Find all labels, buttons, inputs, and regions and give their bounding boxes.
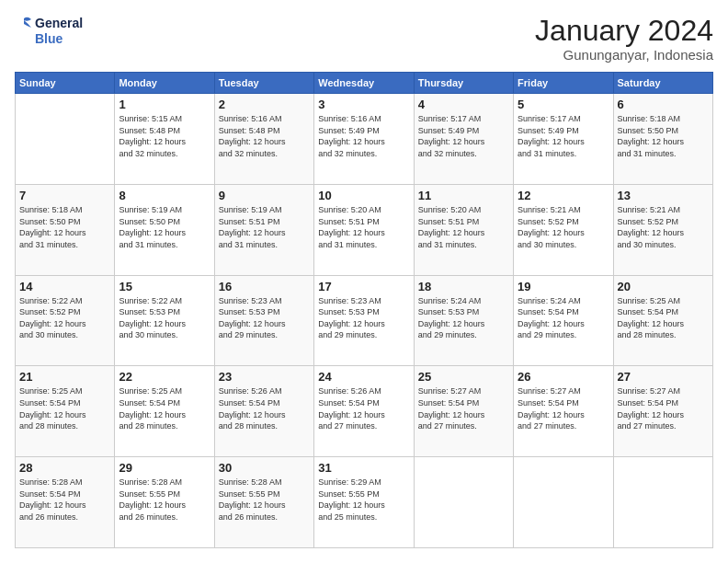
day-info: Sunrise: 5:20 AM Sunset: 5:51 PM Dayligh… — [318, 204, 409, 250]
col-monday: Monday — [115, 73, 214, 94]
day-info: Sunrise: 5:21 AM Sunset: 5:52 PM Dayligh… — [518, 204, 609, 250]
day-number: 2 — [219, 98, 310, 111]
week-row-4: 21Sunrise: 5:25 AM Sunset: 5:54 PM Dayli… — [16, 366, 713, 457]
day-number: 16 — [219, 280, 310, 293]
day-info: Sunrise: 5:25 AM Sunset: 5:54 PM Dayligh… — [618, 295, 709, 341]
day-cell: 31Sunrise: 5:29 AM Sunset: 5:55 PM Dayli… — [314, 457, 414, 548]
col-tuesday: Tuesday — [214, 73, 313, 94]
title-block: January 2024 Gununganyar, Indonesia — [535, 15, 713, 63]
day-info: Sunrise: 5:18 AM Sunset: 5:50 PM Dayligh… — [618, 113, 709, 159]
day-info: Sunrise: 5:26 AM Sunset: 5:54 PM Dayligh… — [318, 385, 409, 431]
day-cell: 16Sunrise: 5:23 AM Sunset: 5:53 PM Dayli… — [214, 275, 313, 366]
header-row: Sunday Monday Tuesday Wednesday Thursday… — [16, 73, 713, 94]
col-saturday: Saturday — [613, 73, 712, 94]
day-cell: 27Sunrise: 5:27 AM Sunset: 5:54 PM Dayli… — [613, 366, 712, 457]
day-number: 31 — [318, 461, 409, 475]
day-info: Sunrise: 5:23 AM Sunset: 5:53 PM Dayligh… — [318, 295, 409, 341]
logo: General Blue — [15, 15, 83, 48]
day-info: Sunrise: 5:16 AM Sunset: 5:49 PM Dayligh… — [318, 113, 409, 159]
day-cell: 21Sunrise: 5:25 AM Sunset: 5:54 PM Dayli… — [16, 366, 115, 457]
day-cell: 1Sunrise: 5:15 AM Sunset: 5:48 PM Daylig… — [115, 94, 214, 185]
day-number: 24 — [318, 370, 409, 384]
day-info: Sunrise: 5:29 AM Sunset: 5:55 PM Dayligh… — [318, 477, 409, 523]
header: General Blue January 2024 Gununganyar, I… — [15, 15, 713, 63]
day-cell: 24Sunrise: 5:26 AM Sunset: 5:54 PM Dayli… — [314, 366, 414, 457]
day-number: 22 — [119, 370, 210, 384]
day-cell: 28Sunrise: 5:28 AM Sunset: 5:54 PM Dayli… — [16, 457, 115, 548]
day-number: 26 — [518, 370, 609, 384]
day-number: 21 — [19, 370, 110, 384]
day-info: Sunrise: 5:19 AM Sunset: 5:51 PM Dayligh… — [219, 204, 310, 250]
col-thursday: Thursday — [414, 73, 513, 94]
day-number: 3 — [318, 98, 409, 111]
day-info: Sunrise: 5:18 AM Sunset: 5:50 PM Dayligh… — [19, 204, 110, 250]
day-cell: 6Sunrise: 5:18 AM Sunset: 5:50 PM Daylig… — [613, 94, 712, 185]
day-info: Sunrise: 5:17 AM Sunset: 5:49 PM Dayligh… — [418, 113, 509, 159]
col-wednesday: Wednesday — [314, 73, 414, 94]
day-number: 23 — [219, 370, 310, 384]
day-cell — [16, 94, 115, 185]
day-number: 7 — [19, 189, 110, 202]
day-info: Sunrise: 5:22 AM Sunset: 5:52 PM Dayligh… — [19, 295, 110, 341]
day-cell: 20Sunrise: 5:25 AM Sunset: 5:54 PM Dayli… — [613, 275, 712, 366]
day-info: Sunrise: 5:28 AM Sunset: 5:55 PM Dayligh… — [119, 477, 210, 523]
location-subtitle: Gununganyar, Indonesia — [535, 47, 713, 63]
day-info: Sunrise: 5:16 AM Sunset: 5:48 PM Dayligh… — [219, 113, 310, 159]
week-row-5: 28Sunrise: 5:28 AM Sunset: 5:54 PM Dayli… — [16, 457, 713, 548]
day-cell — [514, 457, 613, 548]
day-info: Sunrise: 5:28 AM Sunset: 5:55 PM Dayligh… — [219, 477, 310, 523]
col-friday: Friday — [514, 73, 613, 94]
day-cell: 17Sunrise: 5:23 AM Sunset: 5:53 PM Dayli… — [314, 275, 414, 366]
day-cell: 7Sunrise: 5:18 AM Sunset: 5:50 PM Daylig… — [16, 184, 115, 275]
day-cell: 29Sunrise: 5:28 AM Sunset: 5:55 PM Dayli… — [115, 457, 214, 548]
day-cell: 25Sunrise: 5:27 AM Sunset: 5:54 PM Dayli… — [414, 366, 513, 457]
day-info: Sunrise: 5:23 AM Sunset: 5:53 PM Dayligh… — [219, 295, 310, 341]
day-number: 17 — [318, 280, 409, 293]
day-number: 18 — [418, 280, 509, 293]
day-info: Sunrise: 5:24 AM Sunset: 5:53 PM Dayligh… — [418, 295, 509, 341]
day-info: Sunrise: 5:25 AM Sunset: 5:54 PM Dayligh… — [19, 385, 110, 431]
day-cell: 30Sunrise: 5:28 AM Sunset: 5:55 PM Dayli… — [214, 457, 313, 548]
day-cell: 14Sunrise: 5:22 AM Sunset: 5:52 PM Dayli… — [16, 275, 115, 366]
day-cell: 19Sunrise: 5:24 AM Sunset: 5:54 PM Dayli… — [514, 275, 613, 366]
week-row-3: 14Sunrise: 5:22 AM Sunset: 5:52 PM Dayli… — [16, 275, 713, 366]
day-cell: 10Sunrise: 5:20 AM Sunset: 5:51 PM Dayli… — [314, 184, 414, 275]
logo-bird-icon — [15, 15, 33, 48]
day-number: 5 — [518, 98, 609, 111]
day-number: 11 — [418, 189, 509, 202]
day-number: 25 — [418, 370, 509, 384]
day-info: Sunrise: 5:28 AM Sunset: 5:54 PM Dayligh… — [19, 477, 110, 523]
day-info: Sunrise: 5:25 AM Sunset: 5:54 PM Dayligh… — [119, 385, 210, 431]
day-number: 14 — [19, 280, 110, 293]
day-info: Sunrise: 5:20 AM Sunset: 5:51 PM Dayligh… — [418, 204, 509, 250]
day-number: 29 — [119, 461, 210, 475]
day-number: 30 — [219, 461, 310, 475]
day-info: Sunrise: 5:24 AM Sunset: 5:54 PM Dayligh… — [518, 295, 609, 341]
day-cell: 12Sunrise: 5:21 AM Sunset: 5:52 PM Dayli… — [514, 184, 613, 275]
day-cell: 5Sunrise: 5:17 AM Sunset: 5:49 PM Daylig… — [514, 94, 613, 185]
calendar-page: General Blue January 2024 Gununganyar, I… — [0, 0, 728, 563]
day-cell: 11Sunrise: 5:20 AM Sunset: 5:51 PM Dayli… — [414, 184, 513, 275]
day-info: Sunrise: 5:27 AM Sunset: 5:54 PM Dayligh… — [618, 385, 709, 431]
day-info: Sunrise: 5:15 AM Sunset: 5:48 PM Dayligh… — [119, 113, 210, 159]
day-number: 12 — [518, 189, 609, 202]
day-info: Sunrise: 5:27 AM Sunset: 5:54 PM Dayligh… — [418, 385, 509, 431]
week-row-1: 1Sunrise: 5:15 AM Sunset: 5:48 PM Daylig… — [16, 94, 713, 185]
day-number: 19 — [518, 280, 609, 293]
week-row-2: 7Sunrise: 5:18 AM Sunset: 5:50 PM Daylig… — [16, 184, 713, 275]
day-cell: 9Sunrise: 5:19 AM Sunset: 5:51 PM Daylig… — [214, 184, 313, 275]
day-number: 8 — [119, 189, 210, 202]
day-cell — [414, 457, 513, 548]
day-cell — [613, 457, 712, 548]
day-number: 20 — [618, 280, 709, 293]
day-cell: 8Sunrise: 5:19 AM Sunset: 5:50 PM Daylig… — [115, 184, 214, 275]
day-cell: 22Sunrise: 5:25 AM Sunset: 5:54 PM Dayli… — [115, 366, 214, 457]
day-cell: 23Sunrise: 5:26 AM Sunset: 5:54 PM Dayli… — [214, 366, 313, 457]
day-number: 13 — [618, 189, 709, 202]
day-number: 10 — [318, 189, 409, 202]
day-cell: 2Sunrise: 5:16 AM Sunset: 5:48 PM Daylig… — [214, 94, 313, 185]
calendar-table: Sunday Monday Tuesday Wednesday Thursday… — [15, 72, 713, 548]
day-number: 27 — [618, 370, 709, 384]
day-number: 6 — [618, 98, 709, 111]
day-info: Sunrise: 5:27 AM Sunset: 5:54 PM Dayligh… — [518, 385, 609, 431]
